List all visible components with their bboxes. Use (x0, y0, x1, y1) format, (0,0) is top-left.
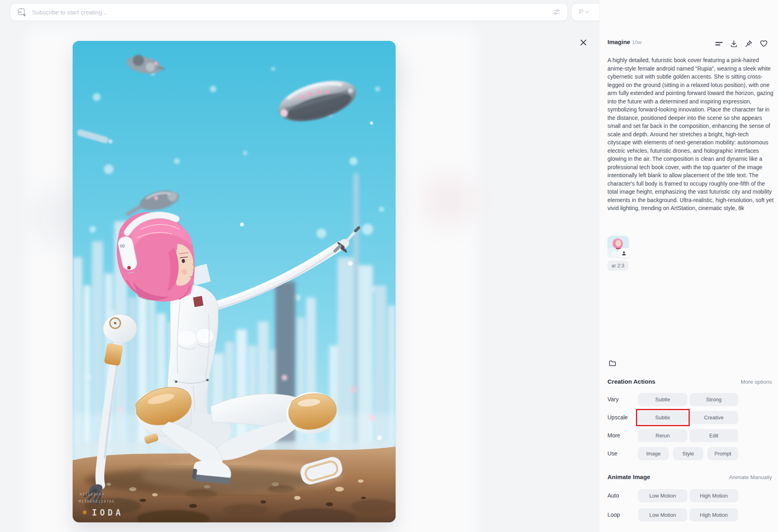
use-prompt-button[interactable]: Prompt (707, 447, 738, 460)
rerun-button[interactable]: Rerun (638, 429, 687, 442)
svg-text:MITHG9A1197AS: MITHG9A1197AS (79, 500, 115, 504)
auto-low-motion-button[interactable]: Low Motion (638, 489, 687, 502)
row-label-upscale: Upscale (607, 411, 628, 424)
chevron-down-icon (585, 10, 589, 14)
animate-manually-link[interactable]: Animate Manually (696, 474, 772, 480)
search-input[interactable] (31, 8, 552, 16)
animate-image-title: Animate Image (607, 473, 650, 480)
row-label-use: Use (607, 447, 618, 460)
close-icon[interactable] (578, 37, 589, 48)
more-options-link[interactable]: More options (708, 379, 772, 385)
auto-high-motion-button[interactable]: High Motion (689, 489, 738, 502)
midjourney-lightbox-page: { "topbar": { "placeholder": "Subscribe … (0, 0, 778, 532)
prompt-bar (10, 3, 568, 21)
aspect-ratio-chip: ar 2:3 (607, 261, 628, 271)
row-label-auto: Auto (607, 489, 619, 502)
svg-text:IODA: IODA (92, 508, 124, 518)
vary-subtle-button[interactable]: Subtle (638, 393, 687, 406)
filters-sliders-icon[interactable] (552, 8, 561, 16)
download-icon[interactable] (730, 39, 738, 48)
person-icon (622, 251, 626, 256)
use-style-button[interactable]: Style (673, 447, 703, 460)
edit-button[interactable]: Edit (689, 429, 738, 442)
svg-text:HIILGOARP: HIILGOARP (80, 493, 104, 496)
character-reference-badge (618, 249, 630, 258)
prompt-text: A highly detailed, futuristic book cover… (607, 56, 774, 212)
svg-text:8: 8 (119, 244, 126, 248)
options-lines-icon[interactable] (715, 39, 723, 48)
creation-actions-title: Creation Actions (607, 378, 655, 385)
profile-initial: P (579, 8, 583, 16)
vary-strong-button[interactable]: Strong (689, 393, 738, 406)
upscale-creative-button[interactable]: Creative (689, 411, 738, 424)
background-ghost-blob (423, 176, 475, 225)
profile-menu-button[interactable]: P (579, 8, 589, 16)
row-label-vary: Vary (607, 393, 619, 406)
row-label-more: More (607, 429, 620, 442)
use-image-button[interactable]: Image (638, 447, 669, 460)
image-add-icon[interactable] (17, 7, 26, 17)
job-age: 10w (632, 39, 642, 45)
generated-image[interactable]: 8 (73, 41, 396, 522)
panel-title: Imagine (607, 38, 630, 45)
loop-low-motion-button[interactable]: Low Motion (638, 508, 687, 522)
upscale-subtle-button[interactable]: Subtle (638, 411, 687, 424)
heart-icon[interactable] (760, 39, 768, 48)
row-label-loop: Loop (607, 508, 620, 522)
pin-icon[interactable] (745, 39, 753, 48)
loop-high-motion-button[interactable]: High Motion (689, 508, 738, 522)
folder-icon[interactable] (608, 359, 617, 368)
